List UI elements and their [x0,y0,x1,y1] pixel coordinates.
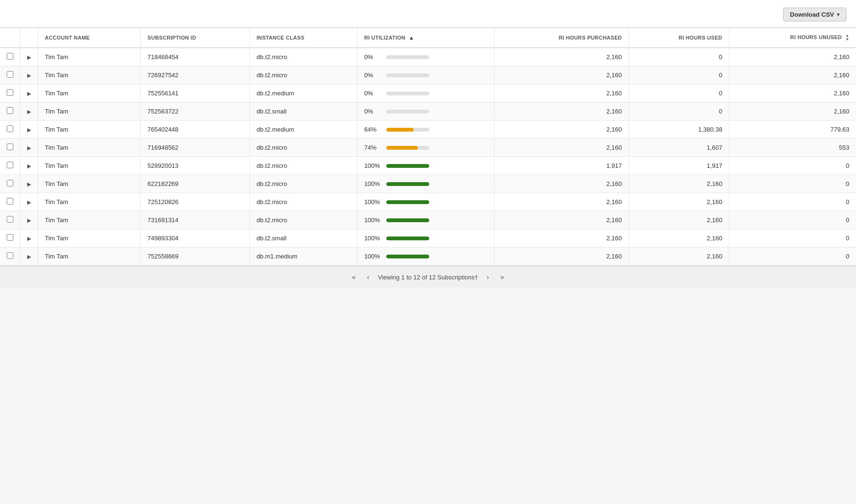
prev-page-button[interactable]: ‹ [364,272,372,282]
ri-hours-used-cell: 0 [629,84,730,103]
account-name-cell: Tim Tam [38,229,141,247]
progress-bar-background [386,55,429,59]
table-header-row: ACCOUNT NAME SUBSCRIPTION ID INSTANCE CL… [0,28,856,48]
row-checkbox[interactable] [7,71,13,78]
ri-hours-purchased-cell: 2,160 [495,175,629,193]
expand-row-icon[interactable]: ▶ [27,91,31,96]
expand-row-icon[interactable]: ▶ [27,181,31,187]
row-checkbox[interactable] [7,198,13,205]
sort-asc-icon: ▲ [409,35,414,41]
col-header-ri-utilization[interactable]: RI UTILIZATION ▲ [357,28,495,48]
account-name-cell: Tim Tam [38,66,141,84]
row-checkbox[interactable] [7,107,13,114]
ri-hours-unused-cell: 779.63 [729,121,856,139]
progress-bar-background [386,255,429,258]
row-checkbox[interactable] [7,216,13,223]
row-checkbox[interactable] [7,89,13,96]
ri-hours-used-cell: 1,607 [629,139,730,157]
download-label: Download CSV [790,11,834,18]
utilization-percent: 64% [364,126,382,133]
row-expander-cell: ▶ [21,66,38,84]
download-csv-button[interactable]: Download CSV ▾ [783,8,846,21]
progress-bar-background [386,200,429,204]
progress-bar-background [386,164,429,168]
table-row: ▶Tim Tam752556141db.t2.medium0%2,16002,1… [0,84,856,103]
row-checkbox-cell [0,229,21,247]
row-checkbox-cell [0,211,21,229]
col-header-ri-hours-unused[interactable]: RI HOURS UNUSED ▲▼ [729,28,856,48]
ri-hours-unused-cell: 553 [729,139,856,157]
row-expander-cell: ▶ [21,103,38,121]
expand-row-icon[interactable]: ▶ [27,145,31,151]
pagination-info: Viewing 1 to 12 of 12 Subscriptions† [378,274,478,281]
subscription-id-cell: 752563722 [141,103,250,121]
utilization-percent: 0% [364,53,382,61]
row-checkbox[interactable] [7,144,13,150]
expand-row-icon[interactable]: ▶ [27,236,31,241]
ri-table: ACCOUNT NAME SUBSCRIPTION ID INSTANCE CL… [0,27,856,266]
ri-hours-purchased-cell: 2,160 [495,121,629,139]
ri-utilization-cell: 100% [357,211,495,229]
utilization-percent: 0% [364,90,382,97]
progress-bar-fill [386,146,418,150]
ri-utilization-cell: 0% [357,103,495,121]
row-checkbox-cell [0,48,21,66]
row-checkbox[interactable] [7,53,13,60]
progress-bar-fill [386,182,429,186]
expand-row-icon[interactable]: ▶ [27,54,31,60]
subscription-id-cell: 726927542 [141,66,250,84]
utilization-percent: 0% [364,72,382,79]
expand-row-icon[interactable]: ▶ [27,109,31,114]
row-expander-cell: ▶ [21,84,38,103]
account-name-cell: Tim Tam [38,157,141,175]
row-checkbox[interactable] [7,125,13,132]
expand-row-icon[interactable]: ▶ [27,127,31,133]
row-checkbox[interactable] [7,234,13,241]
col-header-subscription-id: SUBSCRIPTION ID [141,28,250,48]
progress-bar-background [386,128,429,132]
ri-utilization-cell: 64% [357,121,495,139]
table-row: ▶Tim Tam749893304db.t2.small100%2,1602,1… [0,229,856,247]
row-checkbox[interactable] [7,252,13,259]
chevron-down-icon: ▾ [837,12,839,17]
instance-class-cell: db.t2.micro [249,157,357,175]
ri-utilization-cell: 100% [357,175,495,193]
ri-hours-purchased-cell: 2,160 [495,48,629,66]
expand-row-icon[interactable]: ▶ [27,72,31,78]
row-checkbox-cell [0,66,21,84]
first-page-button[interactable]: « [349,272,359,282]
col-header-checkbox [0,28,21,48]
row-checkbox[interactable] [7,162,13,168]
row-checkbox[interactable] [7,180,13,186]
account-name-cell: Tim Tam [38,121,141,139]
ri-hours-used-cell: 0 [629,48,730,66]
sort-both-icon: ▲▼ [846,34,849,41]
account-name-cell: Tim Tam [38,139,141,157]
ri-utilization-cell: 100% [357,193,495,211]
page-wrapper: Download CSV ▾ ACCOUNT NAME SUBSCRIPTION… [0,0,856,288]
row-checkbox-cell [0,103,21,121]
ri-hours-unused-cell: 0 [729,229,856,247]
expand-row-icon[interactable]: ▶ [27,217,31,223]
expand-row-icon[interactable]: ▶ [27,199,31,205]
row-checkbox-cell [0,121,21,139]
account-name-cell: Tim Tam [38,48,141,66]
utilization-percent: 100% [364,180,382,187]
expand-row-icon[interactable]: ▶ [27,254,31,259]
expand-row-icon[interactable]: ▶ [27,163,31,169]
row-expander-cell: ▶ [21,175,38,193]
ri-hours-purchased-cell: 2,160 [495,139,629,157]
ri-utilization-cell: 100% [357,157,495,175]
ri-hours-purchased-cell: 2,160 [495,103,629,121]
utilization-percent: 100% [364,253,382,260]
row-expander-cell: ▶ [21,157,38,175]
last-page-button[interactable]: » [497,272,507,282]
progress-bar-fill [386,218,429,222]
ri-hours-purchased-cell: 2,160 [495,211,629,229]
instance-class-cell: db.t2.medium [249,84,357,103]
ri-hours-purchased-cell: 2,160 [495,247,629,266]
next-page-button[interactable]: › [484,272,492,282]
instance-class-cell: db.t2.micro [249,193,357,211]
row-checkbox-cell [0,84,21,103]
instance-class-cell: db.t2.micro [249,139,357,157]
